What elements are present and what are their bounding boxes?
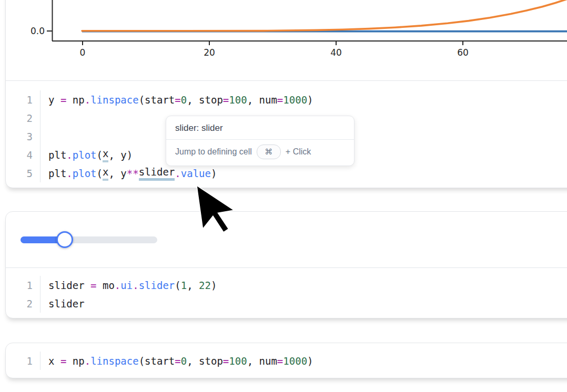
line-number: 4 — [6, 146, 40, 164]
code-text: x = np.linspace(start=0, stop=100, num=1… — [40, 352, 313, 370]
cell-x-definition: 1x = np.linspace(start=0, stop=100, num=… — [5, 343, 567, 378]
code-line[interactable]: 1x = np.linspace(start=0, stop=100, num=… — [6, 352, 567, 370]
code-text — [40, 109, 48, 127]
slider-thumb[interactable] — [56, 231, 73, 248]
line-chart: 0.00204060 — [6, 0, 567, 80]
line-number: 1 — [6, 276, 40, 294]
tooltip-action-suffix: + Click — [286, 147, 311, 157]
code-text: plt.plot(x, y**slider.value) — [40, 164, 217, 182]
code-text: y = np.linspace(start=0, stop=100, num=1… — [40, 90, 313, 109]
code-line[interactable]: 5plt.plot(x, y**slider.value) — [6, 164, 567, 182]
marimo-notebook: 0.00204060 1y = np.linspace(start=0, sto… — [0, 0, 567, 392]
code-text: slider = mo.ui.slider(1, 22) — [40, 276, 217, 294]
line-number: 2 — [6, 294, 40, 313]
tooltip-action-label: Jump to defining cell — [175, 147, 252, 157]
tooltip-title: slider: slider — [166, 116, 354, 139]
cmd-key-badge: ⌘ — [257, 145, 281, 159]
cell-slider: 1slider = mo.ui.slider(1, 22)2slider — [5, 211, 567, 318]
code-line[interactable]: 1y = np.linspace(start=0, stop=100, num=… — [6, 90, 567, 109]
plot-output: 0.00204060 — [6, 0, 567, 80]
line-number: 5 — [6, 164, 40, 182]
svg-text:0: 0 — [80, 47, 86, 58]
svg-text:60: 60 — [457, 47, 469, 58]
variable-tooltip: slider: slider Jump to defining cell ⌘ +… — [166, 116, 355, 166]
line-number: 3 — [6, 127, 40, 146]
tooltip-action-row[interactable]: Jump to defining cell ⌘ + Click — [166, 140, 354, 166]
line-number: 1 — [6, 90, 40, 109]
svg-text:40: 40 — [330, 47, 342, 58]
code-editor-3[interactable]: 1x = np.linspace(start=0, stop=100, num=… — [6, 343, 567, 370]
slider-output — [6, 212, 567, 267]
svg-text:0.0: 0.0 — [31, 26, 45, 36]
code-text — [40, 127, 48, 146]
slider-track[interactable] — [21, 236, 157, 243]
code-line[interactable]: 1slider = mo.ui.slider(1, 22) — [6, 276, 567, 294]
code-line[interactable]: 2slider — [6, 294, 567, 313]
code-editor-2[interactable]: 1slider = mo.ui.slider(1, 22)2slider — [6, 268, 567, 313]
code-text: slider — [40, 294, 85, 313]
line-number: 2 — [6, 109, 40, 127]
code-text: plt.plot(x, y) — [40, 146, 133, 164]
line-number: 1 — [6, 352, 40, 370]
svg-text:20: 20 — [204, 47, 215, 58]
